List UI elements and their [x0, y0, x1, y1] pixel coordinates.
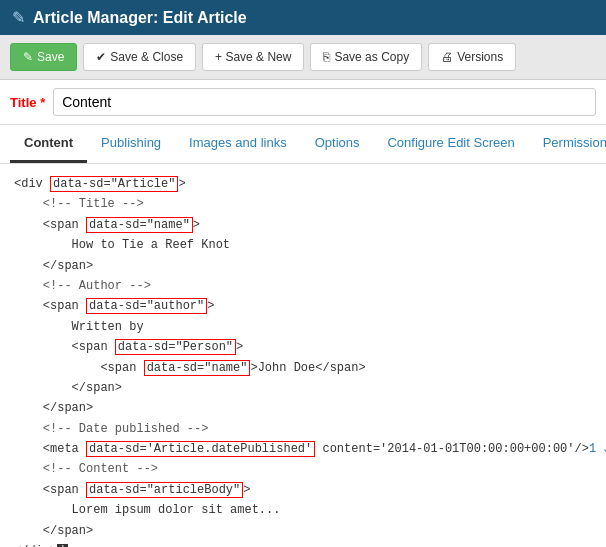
- code-line: </span>: [14, 521, 592, 541]
- tab-permissions[interactable]: Permissions: [529, 125, 606, 163]
- save-copy-button[interactable]: ⎘ Save as Copy: [310, 43, 422, 71]
- code-line: <!-- Content -->: [14, 459, 592, 479]
- versions-label: Versions: [457, 50, 503, 64]
- save-close-button[interactable]: ✔ Save & Close: [83, 43, 196, 71]
- save-close-label: Save & Close: [110, 50, 183, 64]
- title-input[interactable]: [53, 88, 596, 116]
- highlight-articlebody: data-sd="articleBody": [86, 482, 243, 498]
- code-line: <span data-sd="Person">: [14, 337, 592, 357]
- code-line: <span data-sd="name">: [14, 215, 592, 235]
- tab-content[interactable]: Content: [10, 125, 87, 163]
- versions-icon: 🖨: [441, 50, 453, 64]
- code-line: <!-- Date published -->: [14, 419, 592, 439]
- copy-icon: ⎘: [323, 50, 330, 64]
- title-label: Title *: [10, 95, 45, 110]
- tab-publishing[interactable]: Publishing: [87, 125, 175, 163]
- code-line: </span>: [14, 378, 592, 398]
- tab-images-links[interactable]: Images and links: [175, 125, 301, 163]
- code-line: </span>: [14, 398, 592, 418]
- tabs-bar: Content Publishing Images and links Opti…: [0, 125, 606, 164]
- code-line: <div data-sd="Article">: [14, 174, 592, 194]
- code-line: <span data-sd="name">John Doe</span>: [14, 358, 592, 378]
- highlight-article: data-sd="Article": [50, 176, 178, 192]
- save-button[interactable]: ✎ Save: [10, 43, 77, 71]
- highlight-name: data-sd="name": [86, 217, 193, 233]
- highlight-name2: data-sd="name": [144, 360, 251, 376]
- tab-options[interactable]: Options: [301, 125, 374, 163]
- edit-icon: ✎: [12, 8, 25, 27]
- toolbar: ✎ Save ✔ Save & Close + Save & New ⎘ Sav…: [0, 35, 606, 80]
- title-row: Title *: [0, 80, 606, 125]
- save-icon: ✎: [23, 50, 33, 64]
- highlight-person: data-sd="Person": [115, 339, 236, 355]
- code-line: <!-- Author -->: [14, 276, 592, 296]
- code-editor[interactable]: <div data-sd="Article"> <!-- Title --> <…: [0, 164, 606, 547]
- header-bar: ✎ Article Manager: Edit Article: [0, 0, 606, 35]
- page-title: Article Manager: Edit Article: [33, 9, 247, 27]
- highlight-author: data-sd="author": [86, 298, 207, 314]
- code-line: How to Tie a Reef Knot: [14, 235, 592, 255]
- code-line: Written by: [14, 317, 592, 337]
- code-line: <!-- Title -->: [14, 194, 592, 214]
- versions-button[interactable]: 🖨 Versions: [428, 43, 516, 71]
- check-icon: ✔: [96, 50, 106, 64]
- code-line: <span data-sd="author">: [14, 296, 592, 316]
- save-new-button[interactable]: + Save & New: [202, 43, 304, 71]
- tab-configure-edit[interactable]: Configure Edit Screen: [373, 125, 528, 163]
- code-line: <meta data-sd='Article.datePublished' co…: [14, 439, 592, 459]
- highlight-datepublished: data-sd='Article.datePublished': [86, 441, 315, 457]
- save-copy-label: Save as Copy: [334, 50, 409, 64]
- code-line: </div>|: [14, 541, 592, 547]
- date-value: 1 January 2014: [589, 442, 606, 456]
- title-text: Title: [10, 95, 37, 110]
- code-line: <span data-sd="articleBody">: [14, 480, 592, 500]
- save-new-label: + Save & New: [215, 50, 291, 64]
- code-line: Lorem ipsum dolor sit amet...: [14, 500, 592, 520]
- required-marker: *: [40, 95, 45, 110]
- save-label: Save: [37, 50, 64, 64]
- code-line: </span>: [14, 256, 592, 276]
